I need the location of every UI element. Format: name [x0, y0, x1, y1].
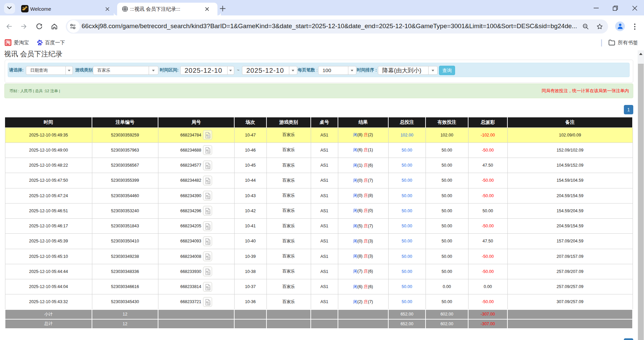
svg-text:du: du: [39, 43, 41, 45]
